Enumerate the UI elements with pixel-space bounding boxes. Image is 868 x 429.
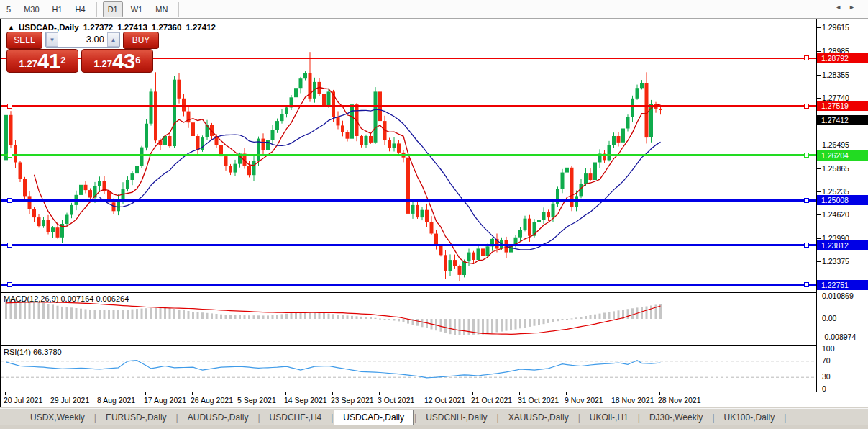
tab-usdchf-h4[interactable]: USDCHF-,H4 xyxy=(261,410,331,425)
timeframe-button-5[interactable]: 5 xyxy=(1,1,16,17)
macd-axis-label: 0.00 xyxy=(822,314,836,322)
sell-button[interactable]: SELL xyxy=(6,32,42,49)
tab-usdx-weekly[interactable]: USDX,Weekly xyxy=(22,410,93,425)
line-handle-icon[interactable] xyxy=(804,104,809,109)
macd-axis-label: 0.010869 xyxy=(822,292,854,300)
date-label: 14 Sep 2021 xyxy=(284,396,327,405)
price-axis[interactable]: 1.296151.289851.283551.277401.271101.264… xyxy=(816,19,868,392)
chart-symbol-label: USDCAD-,Daily xyxy=(19,23,79,32)
date-tick xyxy=(613,392,613,395)
ohlc-low: 1.27360 xyxy=(152,23,182,32)
price-level-line-1.25008[interactable] xyxy=(1,199,816,202)
rsi-axis-label: 70 xyxy=(822,356,831,365)
buy-button[interactable]: BUY xyxy=(123,32,159,49)
date-label: 23 Sep 2021 xyxy=(331,396,374,405)
ohlc-close: 1.27412 xyxy=(186,23,216,32)
date-label: 12 Oct 2021 xyxy=(424,396,465,405)
toolbar-separator xyxy=(178,2,179,17)
tab-eurusd-daily[interactable]: EURUSD-,Daily xyxy=(97,410,175,425)
date-tick xyxy=(285,392,286,395)
price-level-line-1.23812[interactable] xyxy=(1,244,816,246)
date-tick xyxy=(426,392,426,395)
price-level-badge: 1.26204 xyxy=(817,150,868,161)
price-axis-tick: 1.23375 xyxy=(822,257,849,266)
price-level-line-1.26204[interactable] xyxy=(1,154,816,156)
buy-price-big: 43 xyxy=(112,52,135,71)
price-level-badge: 1.27519 xyxy=(817,101,868,111)
tab-ukoil-h1[interactable]: UKOil-,H1 xyxy=(581,410,637,425)
tab-scroll-left-icon[interactable]: ◄ xyxy=(835,4,849,11)
chart-window: ▲ USDCAD-,Daily 1.27372 1.27413 1.27360 … xyxy=(0,19,868,407)
rsi-label: RSI(14) 66.3780 xyxy=(4,348,62,356)
date-tick xyxy=(5,392,6,395)
line-handle-icon[interactable] xyxy=(7,282,12,287)
sell-price-prefix: 1.27 xyxy=(19,58,37,71)
macd-axis-label: -0.008974 xyxy=(822,333,856,341)
volume-decrease-icon[interactable]: ▼ xyxy=(46,32,58,47)
volume-increase-icon[interactable]: ▲ xyxy=(107,32,119,47)
buy-price-pip: 6 xyxy=(135,50,140,71)
line-handle-icon[interactable] xyxy=(804,243,809,248)
price-axis-tick: 1.24620 xyxy=(822,210,849,219)
date-tick xyxy=(519,392,520,395)
collapse-chart-icon[interactable]: ▲ xyxy=(8,24,14,31)
date-label: 5 Sep 2021 xyxy=(237,396,276,405)
timeframe-button-h4[interactable]: H4 xyxy=(70,1,91,17)
date-tick xyxy=(239,392,239,395)
date-label: 8 Aug 2021 xyxy=(97,396,135,405)
date-tick xyxy=(192,392,193,395)
toolbar-separator xyxy=(96,2,97,17)
sell-price-pip: 2 xyxy=(60,50,65,71)
price-level-line-1.22751[interactable] xyxy=(1,284,816,286)
macd-value-main: 0.007164 xyxy=(60,294,93,303)
date-label: 21 Oct 2021 xyxy=(471,396,512,405)
tab-audusd-daily[interactable]: AUDUSD-,Daily xyxy=(179,410,257,425)
tab-dj30-weekly[interactable]: DJ30-,Weekly xyxy=(641,410,711,425)
line-handle-icon[interactable] xyxy=(804,282,809,287)
date-tick xyxy=(99,392,99,395)
macd-label: MACD(12,26,9) 0.007164 0.006264 xyxy=(4,294,129,303)
timeframe-button-m30[interactable]: M30 xyxy=(19,1,44,17)
chart-title: ▲ USDCAD-,Daily 1.27372 1.27413 1.27360 … xyxy=(8,23,216,32)
macd-indicator-pane: MACD(12,26,9) 0.007164 0.006264 xyxy=(1,292,816,346)
line-handle-icon[interactable] xyxy=(7,198,12,203)
line-handle-icon[interactable] xyxy=(7,243,12,248)
line-handle-icon[interactable] xyxy=(804,198,809,203)
price-axis-tick: 1.25865 xyxy=(822,164,849,173)
tab-usdcad-daily[interactable]: USDCAD-,Daily xyxy=(334,410,414,425)
tab-xauusd-daily[interactable]: XAUUSD-,Daily xyxy=(500,410,577,425)
timeframe-button-d1[interactable]: D1 xyxy=(103,1,123,17)
rsi-axis-label: 100 xyxy=(822,344,835,353)
timeframe-button-h1[interactable]: H1 xyxy=(47,1,68,17)
volume-spinner: ▼ 3.00 ▲ xyxy=(45,32,120,48)
tab-uk100-daily[interactable]: UK100-,Daily xyxy=(716,410,784,425)
ohlc-high: 1.27413 xyxy=(117,23,147,32)
line-handle-icon[interactable] xyxy=(7,104,12,109)
rsi-indicator-pane: RSI(14) 66.3780 xyxy=(1,346,816,392)
ohlc-open: 1.27372 xyxy=(83,23,114,32)
date-tick xyxy=(566,392,567,395)
price-axis-tick: 1.29615 xyxy=(822,23,849,32)
line-handle-icon[interactable] xyxy=(804,55,809,60)
timeframe-button-w1[interactable]: W1 xyxy=(126,1,148,17)
buy-price-prefix: 1.27 xyxy=(94,58,112,71)
line-handle-icon[interactable] xyxy=(7,153,12,158)
date-tick xyxy=(332,392,333,395)
price-axis-tick: 1.28355 xyxy=(822,71,849,79)
symbol-tab-bar: USDX,Weekly|EURUSD-,Daily|AUDUSD-,Daily|… xyxy=(0,408,868,425)
date-label: 3 Oct 2021 xyxy=(378,396,414,405)
tab-usdcnh-daily[interactable]: USDCNH-,Daily xyxy=(417,410,495,425)
date-tick xyxy=(659,392,660,395)
sell-price-button[interactable]: 1.27412 xyxy=(6,49,78,73)
line-handle-icon[interactable] xyxy=(804,153,809,158)
timeframe-toolbar: 5M30H1H4D1W1MN xyxy=(0,0,868,19)
date-tick xyxy=(52,392,52,395)
price-level-line-1.27519[interactable] xyxy=(1,105,816,107)
volume-input[interactable]: 3.00 xyxy=(58,32,107,47)
buy-price-button[interactable]: 1.27436 xyxy=(81,49,153,73)
date-axis[interactable]: 20 Jul 202129 Jul 20218 Aug 202117 Aug 2… xyxy=(1,392,868,407)
tab-separator: | xyxy=(783,412,787,423)
tab-scroll-right-icon[interactable]: ► xyxy=(849,4,862,11)
date-label: 28 Nov 2021 xyxy=(658,396,701,405)
timeframe-button-mn[interactable]: MN xyxy=(150,1,173,17)
